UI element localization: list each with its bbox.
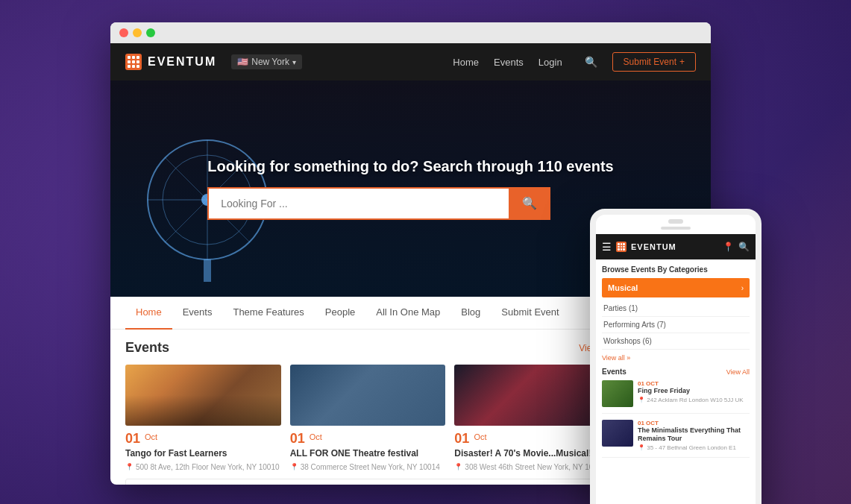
logo-dot — [128, 65, 131, 68]
pin-icon: 📍 — [454, 463, 462, 470]
logo-dot — [132, 60, 135, 63]
logo-dot — [136, 60, 139, 63]
sub-nav-blog[interactable]: Blog — [450, 297, 491, 330]
location-text: New York — [251, 57, 289, 67]
phone-event-name-1: The Minimalists Everything That Remains … — [638, 426, 750, 443]
location-badge[interactable]: 🇺🇸 New York ▾ — [231, 54, 302, 69]
sub-nav-home[interactable]: Home — [125, 297, 172, 330]
pin-icon-small: 📍 — [638, 397, 645, 403]
sub-nav-map[interactable]: All In One Map — [365, 297, 450, 330]
phone-event-item-1[interactable]: 01 OCT The Minimalists Everything That R… — [602, 420, 750, 458]
events-section-title: Events — [125, 340, 169, 356]
pin-icon: 📍 — [290, 463, 298, 470]
plus-icon: + — [679, 57, 685, 67]
event-card-1[interactable]: 01 Oct Tango for Fast Learners 📍 500 8t … — [125, 365, 281, 471]
phone-content: Browse Events By Categories Musical › Pa… — [596, 259, 756, 504]
phone-event-name-0: Fing Free Friday — [638, 387, 750, 395]
window-maximize-dot[interactable] — [146, 28, 155, 37]
logo-dot — [136, 65, 139, 68]
hero-content: Looking for something to do? Search thro… — [207, 158, 614, 220]
hero-search-input[interactable] — [207, 187, 509, 220]
event-month-3: Oct — [474, 432, 486, 443]
phone-logo-icon — [616, 242, 627, 252]
event-name-2: ALL FOR ONE Theatre festival — [290, 448, 446, 460]
phone-events-view-all[interactable]: View All — [726, 368, 750, 376]
event-card-image-1 — [125, 365, 281, 426]
logo-dot — [128, 56, 131, 59]
submit-event-label: Submit Event — [624, 57, 676, 67]
nav-link-home[interactable]: Home — [453, 57, 479, 68]
logo-icon — [125, 54, 142, 70]
event-card-2[interactable]: 01 Oct ALL FOR ONE Theatre festival 📍 38… — [290, 365, 446, 471]
sub-nav-people[interactable]: People — [315, 297, 365, 330]
browser-titlebar — [110, 22, 711, 43]
phone-sub-categories: Parties (1) Performing Arts (7) Workshop… — [602, 300, 750, 350]
phone-featured-category[interactable]: Musical › — [602, 278, 750, 297]
nav-link-login[interactable]: Login — [538, 57, 562, 68]
logo-dot — [136, 56, 139, 59]
event-date-2: 01 Oct — [290, 432, 446, 445]
event-date-1: 01 Oct — [125, 432, 281, 445]
chevron-down-icon: ▾ — [292, 58, 296, 66]
event-location-2: 📍 38 Commerce Street New York, NY 10014 — [290, 463, 446, 471]
pin-icon-small: 📍 — [638, 444, 645, 451]
sub-nav-theme[interactable]: Theme Features — [222, 297, 314, 330]
event-day-1: 01 — [125, 432, 140, 445]
phone-logo-text: EVENTUM — [631, 242, 718, 251]
event-cards-container: 01 Oct Tango for Fast Learners 📍 500 8t … — [125, 365, 610, 471]
phone-search-icon[interactable]: 🔍 — [738, 242, 750, 252]
events-header: Events View All — [125, 340, 610, 356]
hero-search-bar: 🔍 — [207, 187, 550, 220]
flag-icon: 🇺🇸 — [237, 57, 248, 67]
phone-sub-item-2[interactable]: Workshops (6) — [602, 333, 750, 350]
event-date-3: 01 Oct — [454, 432, 610, 445]
hero-search-button[interactable]: 🔍 — [509, 187, 550, 220]
phone-event-details-1: 01 OCT The Minimalists Everything That R… — [638, 420, 750, 451]
logo-dot — [128, 60, 131, 63]
phone-event-date-0: 01 OCT — [638, 380, 750, 387]
phone-camera — [668, 219, 683, 224]
phone-event-loc-1: 📍 35 - 47 Bethnal Green London E1 — [638, 444, 750, 451]
submit-event-button[interactable]: Submit Event + — [612, 52, 696, 72]
nav-link-events[interactable]: Events — [494, 57, 524, 68]
sub-nav-submit[interactable]: Submit Event — [491, 297, 569, 330]
phone-nav-icons: 📍 🔍 — [723, 242, 750, 252]
phone-sub-item-0[interactable]: Parties (1) — [602, 300, 750, 317]
svg-rect-7 — [204, 259, 211, 282]
event-card-image-2 — [290, 365, 446, 426]
site-logo: EVENTUM — [125, 54, 216, 70]
phone-events-header: Events View All — [602, 368, 750, 376]
logo-dot — [132, 65, 135, 68]
events-section: Events View All 01 Oct Tango for Fast Le… — [110, 330, 625, 485]
phone-speaker — [661, 227, 691, 230]
event-name-3: Disaster! A 70's Movie...Musical! — [454, 448, 610, 460]
event-card-3[interactable]: 01 Oct Disaster! A 70's Movie...Musical!… — [454, 365, 610, 471]
phone-event-thumb-1 — [602, 420, 633, 447]
phone-events-title: Events — [602, 368, 627, 376]
directory-item[interactable]: How to sp... Directory ★★★★★ — [125, 479, 610, 485]
sub-nav-events[interactable]: Events — [172, 297, 223, 330]
search-icon[interactable]: 🔍 — [585, 56, 597, 68]
phone-event-item-0[interactable]: 01 OCT Fing Free Friday 📍 242 Acklam Rd … — [602, 380, 750, 414]
phone-category-label: Musical — [608, 283, 638, 292]
site-logo-text: EVENTUM — [148, 55, 216, 69]
phone-sub-item-1[interactable]: Performing Arts (7) — [602, 317, 750, 333]
hero-title: Looking for something to do? Search thro… — [207, 158, 614, 175]
event-day-2: 01 — [290, 432, 305, 445]
phone-location-icon[interactable]: 📍 — [723, 242, 734, 252]
phone-view-all-categories[interactable]: View all » — [602, 354, 750, 362]
event-day-3: 01 — [454, 432, 469, 445]
event-location-1: 📍 500 8t Ave, 12th Floor New York, NY 10… — [125, 463, 281, 471]
phone-menu-icon[interactable]: ☰ — [602, 241, 612, 253]
nav-links: Home Events Login — [453, 57, 562, 68]
phone-event-thumb-0 — [602, 380, 633, 407]
window-close-dot[interactable] — [119, 28, 128, 37]
pin-icon: 📍 — [125, 463, 134, 470]
event-location-3: 📍 308 West 46th Street New York, NY 1003… — [454, 463, 610, 471]
mobile-phone: ☰ EVENTUM 📍 🔍 Browse Events By Categorie… — [590, 209, 761, 504]
phone-browse-title: Browse Events By Categories — [602, 265, 750, 274]
event-name-1: Tango for Fast Learners — [125, 448, 281, 460]
event-month-2: Oct — [310, 432, 322, 443]
window-minimize-dot[interactable] — [133, 28, 142, 37]
logo-dot — [132, 56, 135, 59]
